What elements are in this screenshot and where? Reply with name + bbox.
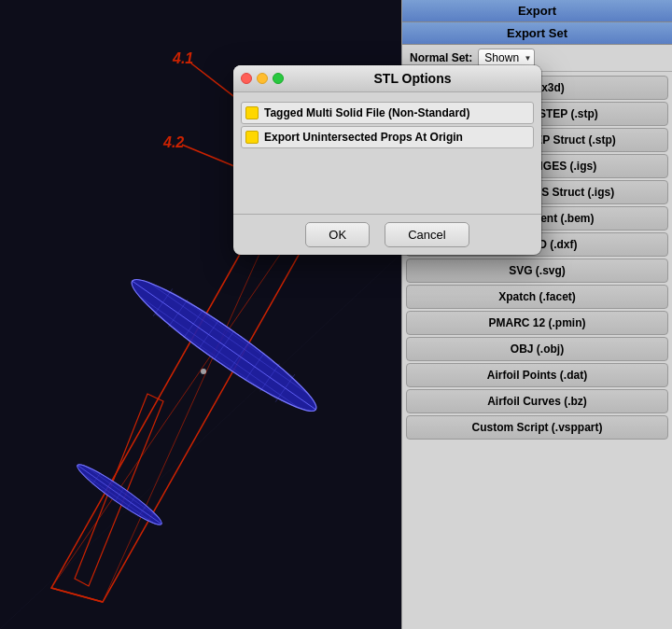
option-label-2: Export Unintersected Props At Origin <box>264 131 463 144</box>
export-item-8[interactable]: Xpatch (.facet) <box>406 285 668 309</box>
ok-button[interactable]: OK <box>305 222 370 247</box>
normal-set-select-wrapper[interactable]: Shown All None <box>478 49 535 67</box>
dialog-title: STL Options <box>291 71 534 86</box>
normal-set-label: Normal Set: <box>410 51 472 64</box>
option-label-1: Tagged Multi Solid File (Non-Standard) <box>264 106 469 119</box>
option-checkbox-2[interactable] <box>245 131 259 144</box>
export-set-button[interactable]: Export Set <box>402 22 672 45</box>
option-row-2[interactable]: Export Unintersected Props At Origin <box>241 126 534 148</box>
option-checkbox-1[interactable] <box>245 106 259 119</box>
stl-options-dialog: STL Options Tagged Multi Solid File (Non… <box>233 65 541 255</box>
option-row-1[interactable]: Tagged Multi Solid File (Non-Standard) <box>241 102 534 124</box>
dialog-maximize-button[interactable] <box>273 73 284 84</box>
dialog-title-bar: STL Options <box>233 65 541 92</box>
normal-set-select[interactable]: Shown All None <box>478 49 535 67</box>
dialog-minimize-button[interactable] <box>257 73 268 84</box>
dialog-body: Tagged Multi Solid File (Non-Standard) E… <box>233 92 541 214</box>
svg-text:4.2: 4.2 <box>162 134 184 150</box>
traffic-lights <box>241 73 284 84</box>
export-item-13[interactable]: Custom Script (.vsppart) <box>406 415 668 440</box>
dialog-close-button[interactable] <box>241 73 252 84</box>
export-item-9[interactable]: PMARC 12 (.pmin) <box>406 311 668 335</box>
export-title: Export <box>402 0 672 22</box>
export-item-7[interactable]: SVG (.svg) <box>406 259 668 283</box>
cancel-button[interactable]: Cancel <box>385 222 469 247</box>
panel-header: Export Export Set Normal Set: Shown All … <box>402 0 672 72</box>
export-item-12[interactable]: Airfoil Curves (.bz) <box>406 389 668 413</box>
svg-point-34 <box>201 369 206 374</box>
svg-text:4.1: 4.1 <box>172 50 193 66</box>
dialog-spacer <box>241 150 534 206</box>
dialog-buttons: OK Cancel <box>233 214 541 255</box>
export-item-10[interactable]: OBJ (.obj) <box>406 337 668 361</box>
export-item-11[interactable]: Airfoil Points (.dat) <box>406 363 668 387</box>
